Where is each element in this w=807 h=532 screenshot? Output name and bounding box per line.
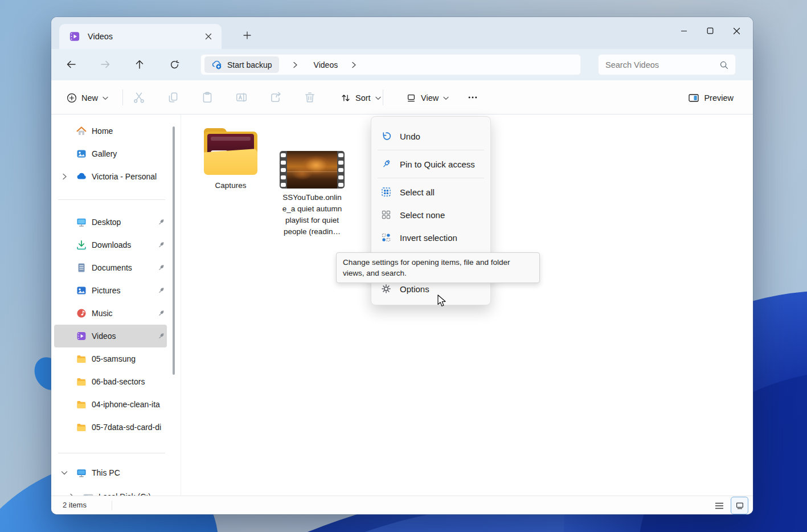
start-backup-label: Start backup [227,60,272,69]
file-item-captures[interactable]: Captures [201,128,260,191]
sidebar-item-label: Pictures [92,286,121,295]
sidebar-item-folder[interactable]: 05-7data-sd-card-di [54,416,167,439]
sidebar-item-label: 05-7data-sd-card-di [92,423,161,432]
tab-close-button[interactable] [201,29,216,44]
copy-icon [167,91,179,104]
sidebar-item-pictures[interactable]: Pictures [54,279,167,302]
chevron-down-icon [443,96,449,100]
new-label: New [81,93,98,103]
onedrive-backup-icon [211,59,223,71]
menu-item-select-none[interactable]: Select none [374,203,488,226]
see-more-button[interactable] [464,88,482,107]
folder-icon [76,353,87,365]
close-button[interactable] [723,21,749,41]
sidebar-item-gallery[interactable]: Gallery [54,142,167,165]
paste-icon [201,91,214,104]
local-disk-icon [83,491,94,496]
view-button[interactable]: View [400,89,454,107]
refresh-icon [169,59,180,70]
start-backup-button[interactable]: Start backup [204,56,279,73]
sidebar-item-videos[interactable]: Videos [54,325,167,347]
cut-button[interactable] [130,88,148,107]
invert-selection-icon [380,232,392,243]
chevron-down-icon [60,469,68,477]
videos-icon [76,330,87,342]
copy-button[interactable] [164,88,182,107]
rename-button[interactable] [232,88,251,107]
sort-button[interactable]: Sort [335,89,387,107]
sidebar-item-folder[interactable]: 05-samsung [54,347,167,370]
address-bar[interactable]: Start backup Videos [200,54,581,75]
pin-icon [157,332,166,341]
folder-thumbnail-icon [203,128,259,175]
maximize-button[interactable] [697,21,723,41]
sidebar-item-downloads[interactable]: Downloads [54,234,167,256]
gallery-icon [76,148,87,159]
menu-item-invert-selection[interactable]: Invert selection [374,226,488,249]
sidebar-item-label: 04-iphone-clean-ita [92,400,160,409]
sidebar-item-folder[interactable]: 04-iphone-clean-ita [54,393,167,416]
select-all-icon [380,186,392,198]
preview-pane-icon [688,92,699,104]
sidebar-item-label: 05-samsung [92,354,136,363]
breadcrumb-videos[interactable]: Videos [310,60,342,69]
thumbnail-view-icon [735,501,745,511]
arrow-up-icon [134,59,145,70]
new-button[interactable]: New [61,89,114,107]
folder-icon [76,376,87,387]
sidebar-item-onedrive[interactable]: Victoria - Personal [54,165,167,188]
pin-icon [157,218,166,227]
sidebar-scrollbar[interactable] [173,126,175,375]
sidebar-item-local-disk[interactable]: Local Disk (C:) [54,485,167,496]
pin-icon [157,309,166,318]
large-thumbnails-view-button[interactable] [731,497,748,514]
window-controls [671,21,749,41]
sort-label: Sort [355,93,371,103]
maximize-icon [707,27,714,34]
ellipsis-icon [468,92,478,103]
refresh-button[interactable] [166,56,182,72]
new-tab-button[interactable] [239,27,255,43]
back-button[interactable] [63,56,79,72]
tab-title: Videos [88,32,201,41]
music-icon [76,308,87,319]
file-explorer-window: Videos [51,17,753,514]
sidebar-item-label: Downloads [92,240,131,249]
sidebar-item-desktop[interactable]: Desktop [54,211,167,234]
status-bar: 2 items [51,496,753,514]
pin-icon [157,286,166,295]
sort-icon [341,93,351,103]
view-label: View [421,93,439,103]
menu-item-pin-to-quick-access[interactable]: Pin to Quick access [374,153,488,175]
share-button[interactable] [267,88,285,107]
minimize-icon [681,27,687,34]
home-icon [76,125,87,137]
tab-videos[interactable]: Videos [59,24,222,49]
forward-button[interactable] [97,56,113,72]
delete-button[interactable] [301,88,319,107]
menu-item-select-all[interactable]: Select all [374,181,488,203]
preview-button[interactable]: Preview [682,89,739,107]
up-button[interactable] [132,56,148,72]
minimize-button[interactable] [671,21,697,41]
details-view-button[interactable] [712,499,727,513]
sidebar-item-home[interactable]: Home [54,120,167,142]
search-input[interactable] [605,60,719,69]
chevron-down-icon [103,96,108,100]
chevron-right-icon [346,62,362,68]
menu-item-undo[interactable]: Undo [374,125,488,148]
sidebar-item-documents[interactable]: Documents [54,256,167,279]
file-item-video[interactable]: SSYouTube.onlin e_a quiet autumn playlis… [277,128,347,238]
sidebar-item-this-pc[interactable]: This PC [54,461,167,484]
paste-button[interactable] [198,88,216,107]
chevron-right-icon [287,62,304,68]
search-icon [719,60,728,69]
search-box[interactable] [598,54,736,75]
sidebar-item-label: 06-bad-sectors [92,377,145,386]
sidebar-item-folder[interactable]: 06-bad-sectors [54,370,167,393]
plus-icon [243,31,251,39]
arrow-left-icon [65,59,77,70]
pin-icon [157,240,166,249]
sidebar-item-music[interactable]: Music [54,302,167,325]
onedrive-icon [76,171,87,182]
